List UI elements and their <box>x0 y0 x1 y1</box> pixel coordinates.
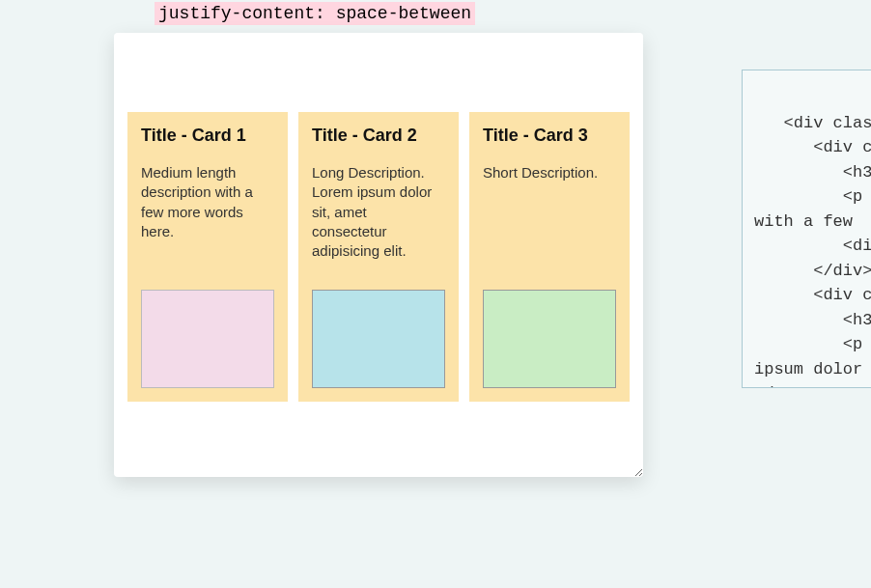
code-line: <p co <box>754 335 871 353</box>
code-line: </div> <box>754 262 871 280</box>
code-line: <h3>T <box>754 311 871 329</box>
card-1: Title - Card 1 Medium length description… <box>127 112 288 402</box>
card-title: Title - Card 1 <box>141 126 274 146</box>
css-property-caption: justify-content: space-between <box>155 2 475 25</box>
code-snippet-panel: <div clas <div cl <h3>T <p co with a few… <box>742 70 871 388</box>
code-line: ipsum dolor <box>754 360 862 378</box>
card-3: Title - Card 3 Short Description. <box>469 112 630 402</box>
demo-container: Title - Card 1 Medium length description… <box>114 33 643 477</box>
code-line: <div clas <box>754 114 871 132</box>
card-description: Long Description. Lorem ipsum dolor sit,… <box>312 163 445 290</box>
card-swatch <box>141 290 274 388</box>
code-line: <h3>T <box>754 163 871 182</box>
card-2: Title - Card 2 Long Description. Lorem i… <box>298 112 459 402</box>
card-title: Title - Card 2 <box>312 126 445 146</box>
card-swatch <box>483 290 616 388</box>
card-description: Medium length description with a few mor… <box>141 163 274 290</box>
code-line: with a few <box>754 212 862 231</box>
card-title: Title - Card 3 <box>483 126 616 146</box>
code-line: <p co <box>754 187 871 206</box>
code-line: <div cl <box>754 286 871 304</box>
code-line: </n> <box>754 384 794 388</box>
card-description: Short Description. <box>483 163 616 290</box>
card-swatch <box>312 290 445 388</box>
code-line: <div cl <box>754 138 871 156</box>
code-line: <div <box>754 237 871 255</box>
